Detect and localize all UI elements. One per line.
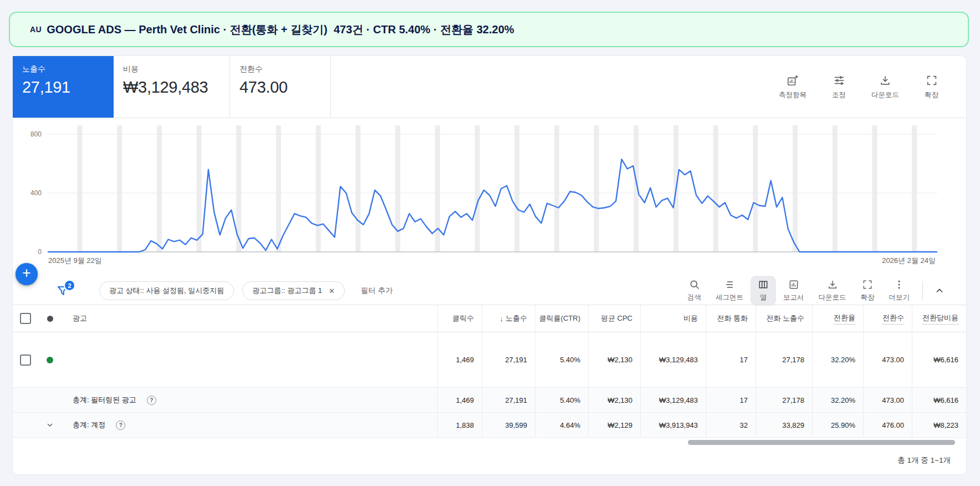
cell-cost-per-conv: ₩6,616 (912, 332, 966, 387)
tool-label: 측정항목 (779, 90, 807, 100)
help-icon[interactable]: ? (116, 421, 125, 430)
cell-cost: ₩3,129,483 (640, 388, 706, 412)
impressions-trend-chart (48, 125, 937, 256)
segment-icon (724, 279, 735, 290)
tool-label: 검색 (687, 293, 701, 302)
cell-avg-cpc: ₩2,129 (588, 413, 640, 437)
cell-clicks: 1,838 (437, 413, 482, 437)
adjust-button[interactable]: 조정 (832, 74, 846, 100)
status-dot-icon (47, 316, 53, 322)
metric-card-conversions[interactable]: 전환수 473.00 (230, 56, 331, 118)
column-label: 광고 (73, 313, 87, 323)
help-icon[interactable]: ? (147, 396, 156, 405)
column-header-ad[interactable]: 광고 (62, 305, 437, 332)
cell-conversions: 473.00 (863, 388, 912, 412)
cell-avg-cpc: ₩2,130 (588, 332, 640, 387)
cell-conversions: 473.00 (863, 332, 912, 387)
search-icon (689, 279, 700, 290)
metric-card-cost[interactable]: 비용 ₩3,129,483 (114, 56, 230, 118)
column-header-phone-calls[interactable]: 전화 통화 (706, 305, 756, 332)
expand-icon (862, 279, 873, 290)
tool-label: 확장 (861, 293, 875, 302)
tool-label: 더보기 (889, 293, 910, 302)
empty-cell (13, 388, 38, 412)
segment-button[interactable]: 세그먼트 (708, 276, 751, 306)
x-axis-start-date: 2025년 9월 22일 (48, 256, 102, 266)
ads-panel: 노출수 27,191 비용 ₩3,129,483 전환수 473.00 측정항목 (12, 55, 967, 475)
ad-cell[interactable] (62, 332, 437, 387)
cell-cost: ₩3,913,943 (640, 413, 706, 437)
filter-bar: 2 광고 상태:: 사용 설정됨, 일시중지됨 광고그룹:: 광고그룹 1 ✕ … (13, 277, 966, 305)
column-header-phone-impressions[interactable]: 전화 노출수 (756, 305, 812, 332)
summary-label: 총계: 계정 (73, 420, 105, 430)
download-icon (827, 279, 838, 290)
column-label: 비용 (683, 313, 698, 323)
status-column-header[interactable] (38, 305, 62, 332)
columns-icon (758, 279, 769, 290)
cell-phone-impressions: 27,178 (756, 388, 812, 412)
table-download-button[interactable]: 다운로드 (811, 276, 854, 306)
row-checkbox[interactable] (20, 355, 31, 366)
banner-title: GOOGLE ADS — Perth Vet Clinic · 전환(통화 + … (47, 22, 514, 37)
filter-funnel-button[interactable]: 2 (56, 284, 69, 297)
column-header-cost[interactable]: 비용 (640, 305, 706, 332)
column-header-impressions[interactable]: ↓ 노출수 (482, 305, 535, 332)
filter-chip-ad-group[interactable]: 광고그룹:: 광고그룹 1 ✕ (242, 281, 345, 300)
expand-button[interactable]: 확장 (925, 74, 938, 100)
horizontal-scrollbar[interactable] (688, 440, 955, 445)
chart-add-metric-icon (787, 74, 799, 87)
report-button[interactable]: 보고서 (776, 276, 811, 306)
ads-table: 광고 클릭수 ↓ 노출수 클릭률(CTR) 평균 CPC 비용 전화 통화 전화… (13, 305, 966, 438)
tune-icon (833, 74, 845, 87)
collapse-table-button[interactable] (928, 282, 951, 300)
download-button[interactable]: 다운로드 (871, 74, 899, 100)
download-icon (879, 74, 891, 87)
table-toolbar: 검색 세그먼트 열 (680, 276, 951, 306)
column-label: 클릭률(CTR) (539, 313, 580, 323)
select-all-checkbox[interactable] (20, 313, 31, 324)
metric-card-impressions[interactable]: 노출수 27,191 (13, 56, 114, 118)
chip-label: 광고 상태:: 사용 설정됨, 일시중지됨 (109, 286, 224, 296)
chart-toolbar: 측정항목 조정 다운로드 (779, 56, 966, 118)
cell-impressions: 27,191 (482, 332, 535, 387)
more-button[interactable]: 더보기 (882, 276, 917, 306)
column-header-cost-per-conv[interactable]: 전환당비용 (912, 305, 966, 332)
metrics-button[interactable]: 측정항목 (779, 74, 807, 100)
add-filter-button[interactable]: 필터 추가 (361, 286, 393, 296)
column-header-avg-cpc[interactable]: 평균 CPC (588, 305, 640, 332)
search-button[interactable]: 검색 (680, 276, 708, 306)
tool-label: 조정 (832, 90, 846, 100)
columns-button[interactable]: 열 (751, 276, 776, 306)
pagination-summary: 총 1개 중 1~1개 (897, 455, 951, 465)
cell-conversions: 476.00 (863, 413, 912, 437)
cell-conv-rate: 25.90% (812, 413, 863, 437)
cell-cost-per-conv: ₩8,223 (912, 413, 966, 437)
column-header-clicks[interactable]: 클릭수 (437, 305, 482, 332)
chevron-up-icon (934, 285, 945, 296)
metric-label: 비용 (123, 64, 229, 74)
cell-phone-impressions: 27,178 (756, 332, 812, 387)
expand-icon (926, 74, 938, 87)
column-header-conv-rate[interactable]: 전환율 (812, 305, 863, 332)
column-header-ctr[interactable]: 클릭률(CTR) (535, 305, 588, 332)
tool-label: 다운로드 (871, 90, 899, 100)
column-label: 노출수 (506, 313, 527, 323)
x-axis-end-date: 2026년 2월 24일 (882, 256, 936, 266)
column-header-conversions[interactable]: 전환수 (863, 305, 912, 332)
enabled-status-dot (47, 357, 53, 363)
table-row: 1,469 27,191 5.40% ₩2,130 ₩3,129,483 17 … (13, 332, 966, 388)
account-banner: AU GOOGLE ADS — Perth Vet Clinic · 전환(통화… (9, 12, 969, 47)
empty-cell (38, 388, 62, 412)
chip-label: 광고그룹:: 광고그룹 1 (252, 286, 322, 296)
cell-cost: ₩3,129,483 (640, 332, 706, 387)
cell-conv-rate: 32.20% (812, 388, 863, 412)
table-expand-button[interactable]: 확장 (854, 276, 882, 306)
chevron-down-icon (45, 421, 54, 429)
close-icon[interactable]: ✕ (329, 287, 335, 295)
metric-label: 전환수 (239, 64, 330, 74)
tool-label: 보고서 (783, 293, 804, 302)
expand-row-button[interactable] (38, 413, 62, 437)
summary-label-cell: 총계: 계정 ? (62, 413, 437, 437)
tool-label: 세그먼트 (716, 293, 743, 302)
filter-chip-ad-status[interactable]: 광고 상태:: 사용 설정됨, 일시중지됨 (99, 281, 234, 300)
